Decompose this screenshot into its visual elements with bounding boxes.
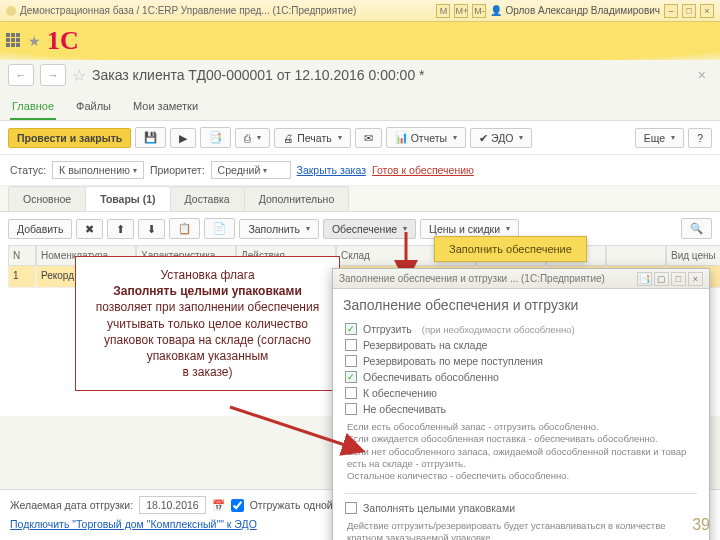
dlg-tool-icon[interactable]: 📑: [637, 272, 652, 286]
calendar-icon[interactable]: 📅: [212, 499, 225, 512]
add-button[interactable]: Добавить: [8, 219, 72, 239]
tab2-main[interactable]: Основное: [8, 186, 86, 211]
callout-l3: позволяет при заполнении обеспечения учи…: [84, 299, 331, 364]
print-button[interactable]: 🖨 Печать: [274, 128, 350, 148]
down-icon[interactable]: ⬇: [138, 219, 165, 239]
option-checkbox[interactable]: [345, 387, 357, 399]
priority-select[interactable]: Средний: [211, 161, 291, 179]
doc-close-icon[interactable]: ×: [692, 67, 712, 83]
dialog-option[interactable]: К обеспечению: [345, 385, 697, 401]
doc-title: Заказ клиента ТД00-000001 от 12.10.2016 …: [92, 67, 425, 83]
ready-supply-link[interactable]: Готов к обеспечению: [372, 164, 474, 176]
nav-fwd-icon[interactable]: →: [40, 64, 66, 86]
reports-label: Отчеты: [411, 132, 447, 144]
pack-label: Заполнять целыми упаковками: [363, 502, 515, 514]
callout-l1: Установка флага: [84, 267, 331, 283]
max-btn[interactable]: □: [682, 4, 696, 18]
dialog-bar-title: Заполнение обеспечения и отгрузки ... (1…: [339, 273, 635, 284]
arrow-diag-icon: [225, 402, 375, 464]
dialog-option[interactable]: ✓Обеспечивать обособленно: [345, 369, 697, 385]
dialog-foot-info: Действие отгрузить/резервировать будет у…: [345, 516, 697, 540]
doc-tabs: Главное Файлы Мои заметки: [0, 90, 720, 121]
edo-link[interactable]: Подключить "Торговый дом "Комплексный"" …: [10, 518, 257, 530]
cell-n[interactable]: 1: [8, 266, 36, 288]
option-checkbox[interactable]: [345, 355, 357, 367]
page-number: 39: [692, 516, 710, 534]
window-title: Демонстрационная база / 1С:ERP Управлени…: [20, 5, 432, 16]
option-note: (при необходимости обособленно): [422, 324, 575, 335]
tab-notes[interactable]: Мои заметки: [131, 94, 200, 120]
dialog-body: ✓Отгрузить(при необходимости обособленно…: [333, 317, 709, 540]
goods-toolbar: Добавить ✖ ⬆ ⬇ 📋 📄 Заполнить Обеспечение…: [0, 212, 720, 245]
window-titlebar: Демонстрационная база / 1С:ERP Управлени…: [0, 0, 720, 22]
option-checkbox[interactable]: [345, 339, 357, 351]
print-label: Печать: [297, 132, 331, 144]
nav-back-icon[interactable]: ←: [8, 64, 34, 86]
date-input[interactable]: 18.10.2016: [139, 496, 206, 514]
mem-mplus[interactable]: M+: [454, 4, 468, 18]
dialog-titlebar: Заполнение обеспечения и отгрузки ... (1…: [333, 269, 709, 289]
tab-files[interactable]: Файлы: [74, 94, 113, 120]
col-price[interactable]: Вид цены: [666, 245, 720, 266]
tab2-delivery[interactable]: Доставка: [170, 186, 245, 211]
dialog-option[interactable]: ✓Отгрузить(при необходимости обособленно…: [345, 321, 697, 337]
mem-m[interactable]: M: [436, 4, 450, 18]
user-name[interactable]: 👤 Орлов Александр Владимирович: [490, 5, 660, 16]
fav-star-icon[interactable]: ★: [28, 33, 41, 49]
dialog-info: Если есть обособленный запас - отгрузить…: [345, 417, 697, 487]
min-btn[interactable]: –: [664, 4, 678, 18]
more-button[interactable]: Еще: [635, 128, 684, 148]
dlg-close-icon[interactable]: ×: [688, 272, 703, 286]
option-label: К обеспечению: [363, 387, 437, 399]
dlg-pin-icon[interactable]: ▢: [654, 272, 669, 286]
dialog-title: Заполнение обеспечения и отгрузки: [333, 289, 709, 317]
edo-button[interactable]: ✔ ЭДО: [470, 128, 532, 148]
col-n[interactable]: N: [8, 245, 36, 266]
post-icon[interactable]: ▶: [170, 128, 196, 148]
tab2-extra[interactable]: Дополнительно: [244, 186, 350, 211]
option-checkbox[interactable]: ✓: [345, 323, 357, 335]
copy-icon[interactable]: 📑: [200, 127, 231, 148]
one-date-check[interactable]: [231, 499, 244, 512]
doc-star-icon[interactable]: ☆: [72, 66, 86, 85]
paste-row-icon[interactable]: 📄: [204, 218, 235, 239]
date-label: Желаемая дата отгрузки:: [10, 499, 133, 511]
dialog-option[interactable]: Резервировать по мере поступления: [345, 353, 697, 369]
option-label: Не обеспечивать: [363, 403, 446, 415]
save-icon[interactable]: 💾: [135, 127, 166, 148]
option-label: Отгрузить: [363, 323, 412, 335]
option-label: Резервировать на складе: [363, 339, 487, 351]
apps-icon[interactable]: [6, 33, 22, 49]
dlg-max-icon[interactable]: □: [671, 272, 686, 286]
dialog-option[interactable]: Не обеспечивать: [345, 401, 697, 417]
basis-button[interactable]: ⎙: [235, 128, 270, 148]
search-icon[interactable]: 🔍: [681, 218, 712, 239]
post-close-button[interactable]: Провести и закрыть: [8, 128, 131, 148]
mem-mminus[interactable]: M-: [472, 4, 486, 18]
supply-dialog: Заполнение обеспечения и отгрузки ... (1…: [332, 268, 710, 540]
callout-l4: в заказе): [84, 364, 331, 380]
dialog-option[interactable]: Резервировать на складе: [345, 337, 697, 353]
close-btn[interactable]: ×: [700, 4, 714, 18]
status-select[interactable]: К выполнению: [52, 161, 144, 179]
logo-1c: 1C: [47, 26, 79, 56]
option-checkbox[interactable]: ✓: [345, 371, 357, 383]
close-order-link[interactable]: Закрыть заказ: [297, 164, 366, 176]
app-bar: ★ 1C: [0, 22, 720, 60]
pack-checkbox[interactable]: [345, 502, 357, 514]
copy-row-icon[interactable]: 📋: [169, 218, 200, 239]
mail-icon[interactable]: ✉: [355, 128, 382, 148]
section-tabs: Основное Товары (1) Доставка Дополнитель…: [0, 186, 720, 212]
reports-button[interactable]: 📊 Отчеты: [386, 127, 466, 148]
up-icon[interactable]: ⬆: [107, 219, 134, 239]
tab2-goods[interactable]: Товары (1): [85, 186, 170, 211]
supply-dropdown-item[interactable]: Заполнить обеспечение: [434, 236, 587, 262]
fill-button[interactable]: Заполнить: [239, 219, 319, 239]
help-icon[interactable]: ?: [688, 128, 712, 148]
edo-label: ЭДО: [491, 132, 513, 144]
status-row: Статус: К выполнению Приоритет: Средний …: [0, 155, 720, 186]
main-toolbar: Провести и закрыть 💾 ▶ 📑 ⎙ 🖨 Печать ✉ 📊 …: [0, 121, 720, 155]
delete-icon[interactable]: ✖: [76, 219, 103, 239]
tab-main[interactable]: Главное: [10, 94, 56, 120]
col-8[interactable]: [606, 245, 666, 266]
